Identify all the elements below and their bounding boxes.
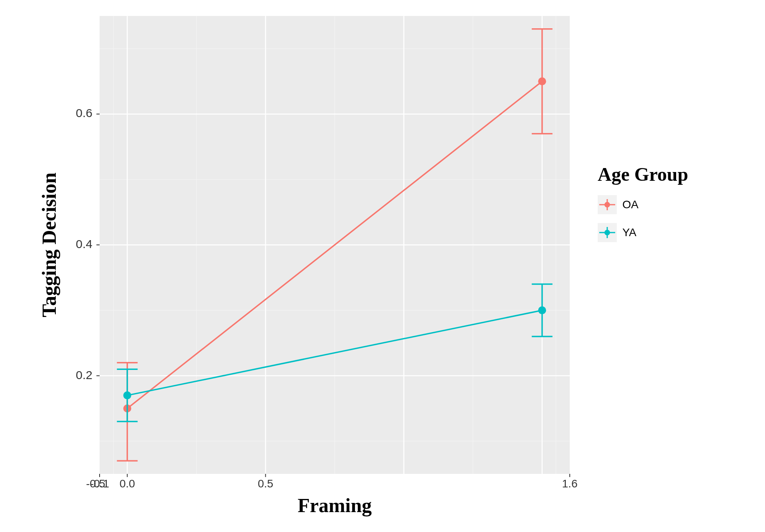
x-tick-label: 0.5 xyxy=(258,477,273,490)
chart-svg: 0.20.40.6-0.1-0.50.00.51.6Tagging Decisi… xyxy=(32,8,733,524)
y-tick-label: 0.4 xyxy=(76,237,92,250)
legend-title: Age Group xyxy=(598,164,688,185)
legend-item: OA xyxy=(598,195,639,214)
data-point xyxy=(538,306,546,314)
legend-label: OA xyxy=(622,198,639,211)
chart-container: 0.20.40.6-0.1-0.50.00.51.6Tagging Decisi… xyxy=(32,8,733,524)
y-tick-label: 0.2 xyxy=(76,368,92,381)
x-tick-label: 0.0 xyxy=(120,477,135,490)
legend-marker-icon xyxy=(604,230,610,235)
x-axis-title: Framing xyxy=(298,494,372,516)
x-tick-label: -0.5 xyxy=(86,477,105,490)
legend-item: YA xyxy=(598,223,637,242)
x-tick-label: 1.6 xyxy=(562,477,578,490)
data-point xyxy=(538,77,546,85)
y-tick-label: 0.6 xyxy=(76,106,92,119)
legend-label: YA xyxy=(622,226,637,239)
data-point xyxy=(123,391,131,399)
legend-marker-icon xyxy=(604,202,610,207)
y-axis-title: Tagging Decision xyxy=(38,172,60,317)
